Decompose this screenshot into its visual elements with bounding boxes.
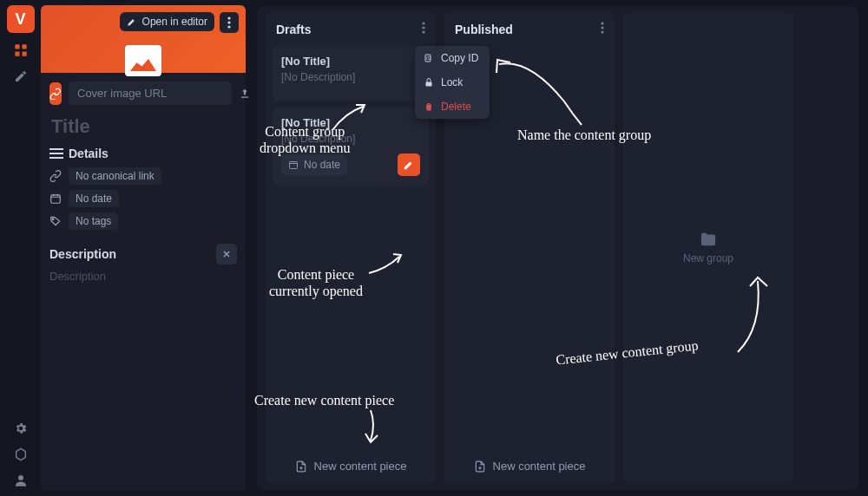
close-icon[interactable] xyxy=(216,244,237,264)
lock-item[interactable]: Lock xyxy=(415,70,490,95)
canonical-chip: No canonical link xyxy=(69,167,161,185)
column-menu-button[interactable] xyxy=(422,22,425,37)
user-icon[interactable] xyxy=(12,472,30,489)
gear-icon[interactable] xyxy=(12,420,30,437)
upload-icon[interactable] xyxy=(239,88,251,100)
app-sidebar: V xyxy=(0,0,41,496)
edit-card-button[interactable] xyxy=(398,153,420,176)
svg-point-8 xyxy=(227,25,230,28)
dashboard-icon[interactable] xyxy=(12,42,30,59)
svg-rect-0 xyxy=(15,44,19,49)
app-logo[interactable]: V xyxy=(7,5,35,33)
title-placeholder[interactable]: Title xyxy=(49,115,237,138)
svg-text:ID: ID xyxy=(426,55,431,61)
card-title: [No Title] xyxy=(281,55,420,68)
svg-point-22 xyxy=(601,26,603,29)
date-chip: No date xyxy=(69,190,119,207)
cover-hero: Open in editor xyxy=(41,5,246,73)
new-content-piece-button[interactable]: New content piece xyxy=(444,449,615,483)
svg-rect-10 xyxy=(49,153,63,154)
open-in-editor-button[interactable]: Open in editor xyxy=(120,12,214,31)
svg-rect-9 xyxy=(49,148,63,150)
card-description: [No Description] xyxy=(281,133,420,145)
svg-point-5 xyxy=(18,475,23,480)
content-card[interactable]: [No Title] [No Description] No date xyxy=(273,108,429,185)
svg-rect-2 xyxy=(15,52,19,56)
card-title: [No Title] xyxy=(281,116,420,129)
cover-url-input[interactable] xyxy=(69,82,232,105)
content-card[interactable]: [No Title] [No Description] ID Copy ID L… xyxy=(273,46,429,101)
new-group-label: New group xyxy=(683,252,733,264)
open-in-editor-label: Open in editor xyxy=(142,16,207,28)
kanban-board: Drafts [No Title] [No Description] ID Co… xyxy=(257,6,858,490)
column-title[interactable]: Published xyxy=(455,23,513,36)
svg-point-16 xyxy=(422,30,424,33)
hero-menu-button[interactable] xyxy=(220,12,239,33)
card-description: [No Description] xyxy=(281,71,420,83)
svg-point-23 xyxy=(601,30,603,33)
tags-chip: No tags xyxy=(69,212,118,230)
column-title[interactable]: Drafts xyxy=(276,23,311,36)
description-placeholder[interactable]: Description xyxy=(49,270,237,283)
details-panel: Open in editor Title Details No canonica… xyxy=(41,5,246,491)
image-placeholder-icon xyxy=(125,45,161,76)
hexagon-icon[interactable] xyxy=(12,446,30,463)
link-icon xyxy=(49,82,62,105)
new-group-column[interactable]: New group xyxy=(623,13,793,483)
svg-point-15 xyxy=(422,26,424,29)
folder-plus-icon xyxy=(699,232,718,247)
tags-row[interactable]: No tags xyxy=(49,212,237,230)
column-menu-button[interactable] xyxy=(601,22,604,37)
pencil-icon[interactable] xyxy=(12,68,30,85)
svg-marker-4 xyxy=(16,448,25,460)
new-content-piece-button[interactable]: New content piece xyxy=(266,449,436,483)
canonical-row[interactable]: No canonical link xyxy=(49,167,237,185)
svg-rect-20 xyxy=(290,162,298,169)
delete-item[interactable]: Delete xyxy=(415,95,490,119)
description-header: Description xyxy=(49,247,116,261)
svg-point-21 xyxy=(601,22,603,24)
svg-point-7 xyxy=(227,21,230,23)
svg-point-14 xyxy=(422,22,424,24)
svg-rect-3 xyxy=(22,52,26,56)
date-row[interactable]: No date xyxy=(49,190,237,207)
svg-rect-11 xyxy=(49,157,63,159)
svg-point-6 xyxy=(227,16,230,19)
svg-rect-1 xyxy=(22,44,26,49)
details-header: Details xyxy=(49,147,237,160)
svg-rect-19 xyxy=(426,82,432,87)
svg-rect-12 xyxy=(51,195,61,203)
column-drafts: Drafts [No Title] [No Description] ID Co… xyxy=(266,13,436,483)
card-date-chip[interactable]: No date xyxy=(281,154,347,175)
copy-id-item[interactable]: ID Copy ID xyxy=(415,46,490,70)
card-dropdown: ID Copy ID Lock Delete xyxy=(415,46,490,119)
svg-point-13 xyxy=(52,219,54,220)
